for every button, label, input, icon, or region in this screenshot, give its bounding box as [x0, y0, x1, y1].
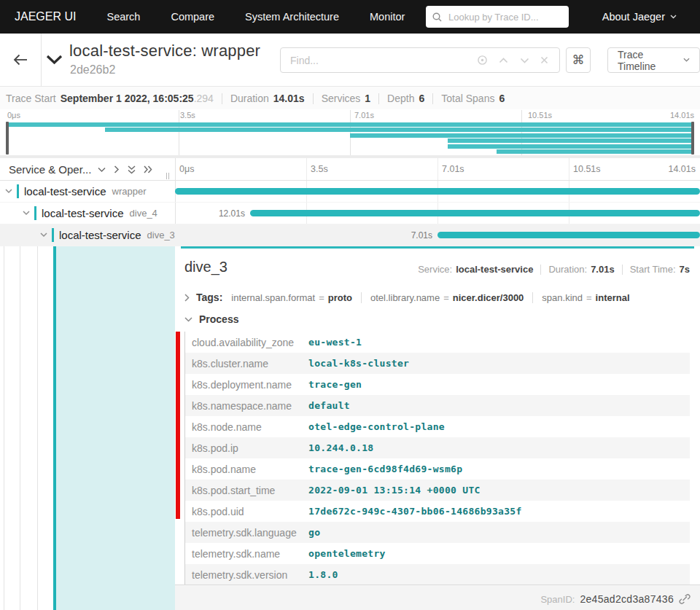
nav-item-compare[interactable]: Compare — [171, 11, 214, 23]
span-id-value: 2e45ad2cd3a87436 — [580, 593, 674, 605]
process-key: k8s.pod.name — [185, 464, 308, 475]
collapse-one-icon[interactable] — [98, 167, 106, 173]
divider — [222, 93, 222, 104]
ruler-tick: 14.01s — [668, 164, 696, 174]
tag-item: internal.span.format = proto otel.librar… — [231, 292, 629, 303]
span-name-cell[interactable]: local-test-service dive_4 — [0, 203, 198, 224]
total-spans-value: 6 — [499, 93, 505, 104]
depth-guide-line — [4, 246, 4, 610]
minimap-tick: 14.01s — [670, 111, 694, 120]
process-row: k8s.cluster.namelocal-k8s-cluster — [185, 353, 690, 374]
nav-brand[interactable]: JAEGER UI — [15, 10, 76, 23]
process-value: local-k8s-cluster — [308, 358, 409, 369]
trace-minimap[interactable]: 0μs 3.5s 7.01s 10.51s 14.01s — [0, 109, 700, 155]
tag-key: otel.library.name — [370, 292, 440, 303]
process-value: trace-gen-6cd98f4d69-wsm6p — [308, 464, 462, 474]
tags-accordion[interactable]: Tags: internal.span.format = proto otel.… — [184, 292, 630, 303]
tag-value: proto — [328, 292, 352, 303]
process-value: opentelemetry — [308, 548, 386, 559]
tag-value: nicer.dicer/3000 — [453, 292, 524, 303]
tag-equals: = — [319, 292, 324, 303]
span-bar[interactable] — [250, 210, 700, 216]
process-row: k8s.namespace.namedefault — [185, 395, 690, 416]
process-value: eu-west-1 — [308, 337, 362, 348]
services-label: Services — [322, 93, 361, 104]
find-input[interactable] — [289, 54, 466, 67]
depth-guide-line — [20, 246, 20, 610]
minimap-span-bar — [448, 138, 693, 143]
minimap-tick: 7.01s — [354, 111, 374, 120]
chevron-down-icon — [40, 232, 47, 238]
tag-key: span.kind — [542, 292, 583, 303]
chevron-down-icon — [683, 58, 690, 63]
deep-link-icon[interactable] — [679, 594, 691, 604]
span-name-cell[interactable]: local-test-service wrapper — [0, 181, 180, 202]
minimap-range-handle-left[interactable] — [6, 122, 9, 155]
process-row: telemetry.sdk.nameopentelemetry — [185, 543, 690, 564]
trace-id-lookup-box[interactable] — [426, 6, 569, 28]
start-time-label: Start Time: — [630, 264, 676, 275]
chevron-right-icon — [184, 294, 190, 302]
chevron-down-icon — [5, 189, 12, 194]
span-timeline-cell: 7.01s — [175, 224, 700, 246]
expand-one-icon[interactable] — [114, 165, 120, 173]
nav-item-monitor[interactable]: Monitor — [370, 11, 405, 23]
minimap-range-handle-right[interactable] — [691, 122, 694, 155]
minimap-tick: 3.5s — [180, 111, 195, 120]
service-color-tick — [17, 184, 19, 198]
depth-guide-line — [37, 246, 38, 610]
process-key: k8s.pod.start_time — [185, 485, 308, 496]
detail-accent-border — [181, 246, 694, 249]
process-row: telemetry.sdk.languagego — [185, 522, 690, 543]
process-row: cloud.availability_zoneeu-west-1 — [185, 332, 690, 353]
scroll-to-match-icon[interactable] — [477, 55, 488, 66]
expand-all-icon[interactable] — [144, 165, 152, 173]
ruler-tick: 0μs — [179, 164, 194, 174]
trace-view-label: Trace Timeline — [618, 49, 677, 72]
process-table: cloud.availability_zoneeu-west-1 k8s.clu… — [184, 332, 690, 586]
keyboard-shortcuts-button[interactable]: ⌘ — [566, 47, 591, 73]
divider — [432, 93, 433, 104]
next-match-icon[interactable] — [520, 58, 529, 63]
collapse-trace-chevron[interactable] — [46, 55, 63, 65]
prev-match-icon[interactable] — [499, 58, 508, 63]
nav-item-search[interactable]: Search — [106, 11, 140, 23]
process-row: k8s.pod.nametrace-gen-6cd98f4d69-wsm6p — [185, 458, 690, 480]
tag-key: internal.span.format — [231, 292, 315, 303]
collapse-all-icon[interactable] — [128, 165, 136, 174]
process-row: k8s.deployment.nametrace-gen — [185, 374, 690, 395]
top-nav: JAEGER UI Search Compare System Architec… — [0, 0, 700, 34]
duration-value: 14.01s — [273, 93, 305, 104]
back-button[interactable] — [0, 34, 42, 86]
operation-name: wrapper — [112, 186, 147, 197]
nav-item-system-architecture[interactable]: System Architecture — [245, 11, 339, 23]
total-spans-label: Total Spans — [441, 93, 494, 104]
process-row: k8s.pod.uid17de672c-949c-4307-bb06-14686… — [185, 501, 690, 522]
process-key: k8s.cluster.name — [185, 358, 308, 369]
duration-label: Duration — [230, 93, 269, 104]
minimap-span-graph[interactable] — [7, 122, 693, 155]
span-bar[interactable] — [438, 232, 700, 238]
process-key: k8s.node.name — [185, 421, 308, 433]
span-duration-label: 12.01s — [219, 208, 245, 219]
nav-about-jaeger[interactable]: About Jaeger — [602, 0, 677, 34]
minimap-tick: 10.51s — [528, 111, 552, 120]
trace-view-selector[interactable]: Trace Timeline — [607, 47, 700, 73]
trace-id-lookup-input[interactable] — [447, 11, 559, 23]
minimap-span-bar — [448, 144, 693, 149]
trace-start-value: September 1 2022, 16:05:25 — [61, 93, 194, 104]
span-detail-zone: dive_3 Service: local-test-service Durat… — [0, 246, 700, 610]
chevron-down-icon — [670, 15, 677, 19]
back-arrow-icon — [13, 54, 28, 66]
tag-equals: = — [443, 292, 449, 303]
chevron-down-icon — [23, 211, 30, 216]
span-bar[interactable] — [175, 188, 700, 195]
jaeger-trace-page: JAEGER UI Search Compare System Architec… — [0, 0, 700, 610]
service-operation-label: Service & Oper... — [9, 163, 91, 176]
selected-span-highlight-column — [56, 246, 175, 610]
service-color-tick — [34, 206, 36, 220]
clear-find-icon[interactable] — [540, 56, 548, 64]
process-accordion[interactable]: Process — [184, 313, 238, 325]
column-resize-grip[interactable] — [166, 173, 169, 179]
depth-label: Depth — [387, 93, 414, 104]
